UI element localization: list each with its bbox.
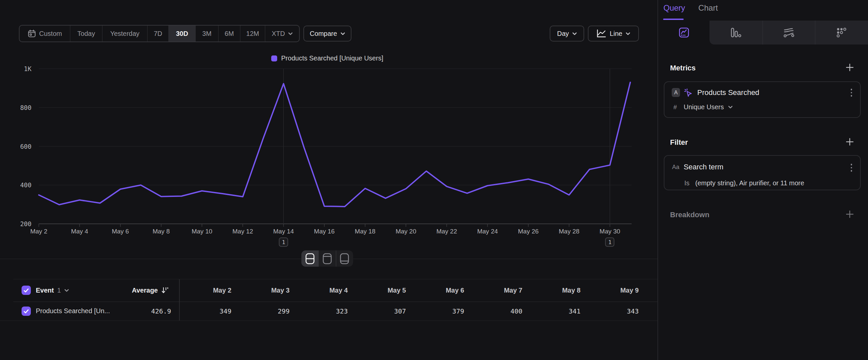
add-breakdown-button[interactable] (845, 210, 854, 219)
metrics-section-title: Metrics (670, 64, 695, 73)
x-axis-label: May 10 (192, 228, 212, 235)
date-column-value: 379 (411, 302, 464, 321)
filter-operator: Is (684, 179, 690, 188)
measure-prefix: # (673, 103, 677, 112)
layout-top-icon (322, 253, 332, 265)
layout-chart-only-button[interactable] (319, 250, 336, 267)
panel-tabs: Query Chart (663, 3, 718, 12)
filter-property: Search term (684, 162, 723, 171)
metric-event-name: Products Searched (697, 88, 759, 97)
date-column-header: May 5 (353, 279, 406, 302)
insights-report-page: CustomTodayYesterday7D30D3M6M12MXTD Comp… (0, 0, 868, 360)
date-column-header: May 9 (586, 279, 639, 302)
average-value: 426.9 (118, 302, 171, 321)
annotation-badge[interactable]: 1 (279, 238, 288, 247)
filter-type-label: Aa (672, 164, 679, 171)
x-axis-label: May 24 (477, 228, 498, 235)
y-axis-label: 200 (11, 220, 31, 227)
event-header[interactable]: Event 1 (36, 279, 69, 302)
sort-descending-icon (161, 286, 168, 294)
y-axis-label: 800 (11, 104, 31, 111)
x-axis-label: May 2 (30, 228, 48, 235)
layout-bottom-icon (340, 253, 349, 265)
y-axis-label: 600 (11, 143, 31, 150)
query-panel: Query Chart (658, 0, 868, 360)
dots-grid-icon (836, 27, 847, 38)
date-column-value: 349 (178, 302, 231, 321)
tab-query[interactable]: Query (663, 3, 685, 12)
event-header-checkbox[interactable] (22, 286, 31, 295)
measure-dropdown[interactable]: Unique Users (684, 103, 733, 112)
chevron-down-icon (64, 289, 69, 292)
y-axis-label: 400 (11, 181, 31, 189)
check-icon (24, 309, 29, 313)
layout-split-icon (305, 253, 315, 265)
event-count: 1 (57, 286, 61, 294)
date-column-value: 323 (295, 302, 348, 321)
event-spark-icon (683, 88, 692, 97)
x-axis-label: May 26 (518, 228, 538, 235)
date-column-header: May 8 (527, 279, 581, 302)
y-axis-label: 1K (11, 65, 31, 73)
breakdown-section-title: Breakdown (670, 211, 710, 219)
event-header-label: Event (36, 286, 54, 294)
date-column-header: May 3 (237, 279, 290, 302)
filter-card[interactable]: Aa Search term Is (empty string), Air pu… (664, 155, 861, 190)
x-axis-label: May 4 (71, 228, 88, 235)
x-axis-label: May 30 (599, 228, 620, 235)
add-filter-button[interactable] (845, 138, 854, 146)
metric-card[interactable]: A Products Searched # Unique Users (664, 81, 861, 118)
x-axis-label: May 22 (436, 228, 457, 235)
date-column-value: 341 (527, 302, 581, 321)
event-row-label: Products Searched [Un... (36, 302, 110, 321)
x-axis-label: May 6 (112, 228, 129, 235)
bar-chart-icon (731, 27, 742, 38)
line-chart[interactable] (0, 0, 657, 262)
date-column-value: 299 (237, 302, 290, 321)
date-column-value: 307 (353, 302, 406, 321)
chart-type-tab-insights[interactable] (658, 21, 710, 45)
layout-toggle-group (301, 250, 353, 267)
date-column-value: 400 (469, 302, 523, 321)
x-axis-label: May 18 (355, 228, 375, 235)
chart-type-tab-retention[interactable] (815, 21, 868, 45)
x-axis-label: May 28 (559, 228, 579, 235)
filter-section-title: Filter (670, 138, 688, 147)
date-column-header: May 6 (411, 279, 464, 302)
average-header-label: Average (132, 286, 158, 294)
x-axis-label: May 20 (396, 228, 416, 235)
check-icon (24, 288, 29, 293)
add-metric-button[interactable] (845, 63, 854, 72)
x-axis-label: May 12 (232, 228, 253, 235)
layout-table-only-button[interactable] (336, 250, 353, 267)
tab-chart[interactable]: Chart (698, 3, 718, 12)
metric-options-menu[interactable] (850, 89, 853, 96)
chevron-down-icon (728, 106, 733, 109)
x-axis-label: May 16 (314, 228, 335, 235)
event-row-checkbox[interactable] (22, 307, 31, 316)
layout-split-button[interactable] (301, 250, 319, 267)
measure-label: Unique Users (684, 103, 724, 111)
chart-type-tab-bar[interactable] (710, 21, 763, 45)
metric-series-badge: A (672, 88, 680, 97)
x-axis-label: May 14 (273, 228, 294, 235)
filter-options-menu[interactable] (850, 164, 853, 172)
average-column-header[interactable]: Average (99, 279, 168, 302)
main-content: CustomTodayYesterday7D30D3M6M12MXTD Comp… (0, 0, 657, 360)
active-tab-underline (663, 19, 684, 20)
chart-type-strip (658, 21, 868, 45)
filter-value-summary: (empty string), Air purifier, or 11 more (695, 179, 804, 188)
date-column-header: May 7 (469, 279, 523, 302)
date-column-header: May 2 (178, 279, 231, 302)
insights-line-icon (679, 27, 689, 38)
flow-icon (783, 27, 795, 38)
table-row-border (0, 321, 657, 321)
date-column-header: May 4 (295, 279, 348, 302)
date-column-value: 343 (586, 302, 639, 321)
chart-type-tab-flow[interactable] (763, 21, 815, 45)
annotation-badge[interactable]: 1 (605, 238, 614, 247)
x-axis-label: May 8 (153, 228, 170, 235)
